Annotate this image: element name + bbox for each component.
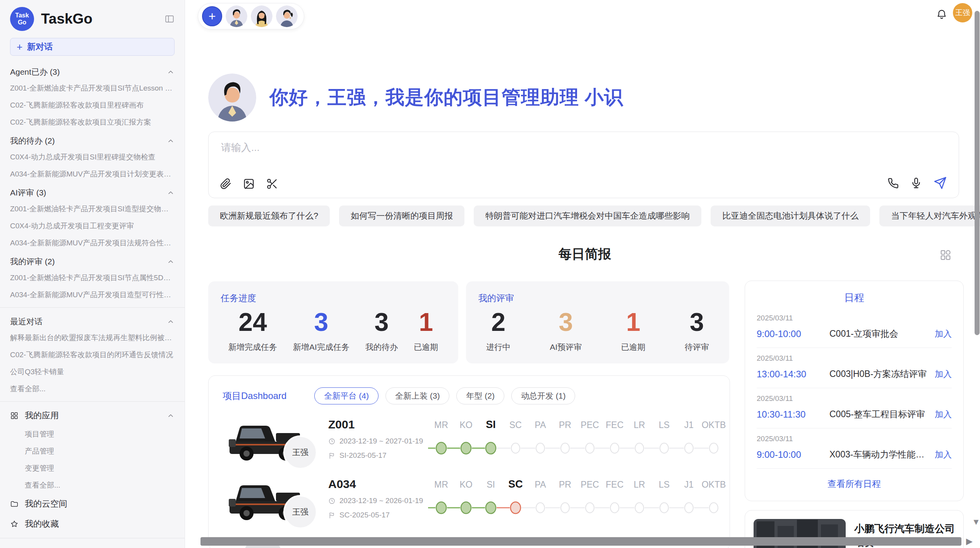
- recent-chat-item[interactable]: 解释最新出台的欧盟报废车法规再生塑料比例被调至15%...: [0, 329, 185, 346]
- svg-text:LR: LR: [634, 480, 645, 490]
- sidebar-item-star[interactable]: 我的收藏: [0, 514, 185, 534]
- stat-item: 3待评审: [685, 309, 709, 353]
- schedule-time: 10:30-11:30: [757, 409, 829, 420]
- stat-item: 2进行中: [486, 309, 511, 353]
- suggestion-chip[interactable]: 欧洲新规最近颁布了什么?: [208, 206, 330, 226]
- stat-label: 待评审: [685, 342, 709, 353]
- stat-item: 3新增AI完成任务: [293, 309, 350, 353]
- sidebar-item[interactable]: A034-全新新能源MUV产品开发项目法规符合性评审: [0, 235, 185, 252]
- sidebar-item[interactable]: C0X4-动力总成开发项目SI里程碑提交物检查: [0, 149, 185, 166]
- clock-icon: [328, 497, 336, 505]
- chevron-up-icon: [167, 258, 175, 265]
- section-title: AI评审 (3): [10, 187, 46, 198]
- scroll-down-arrow-icon[interactable]: ▼: [972, 517, 980, 527]
- sidebar-item-my-apps[interactable]: 我的应用: [0, 406, 185, 426]
- dashboard-tab[interactable]: 全新上装 (3): [385, 387, 450, 404]
- horizontal-scrollbar[interactable]: [200, 537, 961, 546]
- scissors-icon[interactable]: [266, 178, 278, 190]
- join-button[interactable]: 加入: [935, 409, 952, 420]
- milestone-track: MRKOSISCPAPRPECFECLRLSJ1OKTB: [427, 476, 730, 521]
- recent-chat-item[interactable]: C02-飞腾新能源轻客改款项目的闭环通告反馈情况: [0, 346, 185, 363]
- svg-text:OKTB: OKTB: [702, 480, 726, 490]
- svg-text:J1: J1: [684, 480, 694, 490]
- view-all-schedule-link[interactable]: 查看所有日程: [757, 478, 952, 490]
- grid-view-icon[interactable]: [939, 248, 952, 262]
- schedule-date: 2025/03/11: [757, 394, 952, 403]
- photo-icon[interactable]: [243, 178, 255, 190]
- stat-value: 3: [293, 309, 350, 336]
- sidebar-item[interactable]: Z001-全新燃油轻卡产品开发项目SI造型提交物评审: [0, 200, 185, 217]
- new-chat-label: 新对话: [27, 41, 53, 53]
- join-button[interactable]: 加入: [935, 449, 952, 461]
- sidebar-item[interactable]: A034-全新新能源MUV产品开发项目计划变更表编写: [0, 166, 185, 183]
- svg-text:FEC: FEC: [606, 480, 624, 490]
- chat-input-card[interactable]: [208, 132, 959, 198]
- schedule-title: 日程: [757, 291, 952, 305]
- chat-input[interactable]: [220, 141, 841, 154]
- schedule-name: C005-整车工程目标评审: [829, 408, 930, 420]
- new-chat-button[interactable]: + 新对话: [10, 38, 175, 56]
- svg-text:PR: PR: [559, 420, 571, 430]
- send-icon[interactable]: [933, 176, 947, 190]
- sidebar-item[interactable]: Z001-全新燃油轻卡产品开发项目SI节点属性5D文件评审: [0, 269, 185, 286]
- stat-card-title: 任务进度: [208, 281, 458, 304]
- sidebar-item[interactable]: A034-全新新能源MUV产品开发项目造型可行性评审: [0, 286, 185, 303]
- link-label: 我的收藏: [25, 518, 59, 530]
- stat-item: 3AI预评审: [550, 309, 582, 353]
- suggestion-chip[interactable]: 特朗普可能对进口汽车增税会对中国车企造成哪些影响: [474, 206, 701, 226]
- sidebar-item-folder[interactable]: 我的云空间: [0, 494, 185, 514]
- project-row: 王强A0342023-12-19 ~ 2026-01-19SC-2025-05-…: [209, 464, 730, 524]
- svg-text:PA: PA: [535, 480, 547, 490]
- grid-circle-icon: [939, 248, 952, 262]
- member-avatar[interactable]: [226, 5, 247, 27]
- flag-icon: [328, 452, 336, 459]
- suggestion-chip[interactable]: 当下年轻人对汽车外观有怎样的喜好趋势: [879, 206, 980, 226]
- add-member-button[interactable]: +: [202, 6, 222, 26]
- schedule-time: 9:00-10:00: [757, 449, 829, 460]
- sidebar-section-header[interactable]: 我的待办 (2): [0, 131, 185, 149]
- view-all-chats-link[interactable]: 查看全部...: [0, 380, 185, 397]
- app-logo: Task Go: [10, 7, 34, 31]
- user-avatar[interactable]: 王强: [953, 3, 972, 22]
- panel-icon: [164, 14, 175, 24]
- sidebar-my-apps: 我的应用项目管理产品管理变更管理查看全部...: [0, 406, 185, 494]
- svg-text:J1: J1: [684, 420, 694, 430]
- member-avatar[interactable]: [276, 5, 298, 27]
- phone-icon[interactable]: [887, 177, 899, 189]
- stat-card-title: 我的评审: [466, 281, 729, 304]
- sidebar-item[interactable]: C0X4-动力总成开发项目工程变更评审: [0, 217, 185, 235]
- app-sub-item[interactable]: 产品管理: [0, 443, 185, 460]
- vertical-scrollbar[interactable]: [975, 11, 980, 335]
- sidebar-item[interactable]: Z001-全新燃油皮卡产品开发项目SI节点Lesson Learn报告: [0, 80, 185, 97]
- flag-label: SC-2025-05-17: [339, 511, 390, 519]
- sidebar-item[interactable]: C02-飞腾新能源轻客改款项目立项汇报方案: [0, 114, 185, 131]
- scroll-right-arrow-icon[interactable]: ▶: [966, 536, 973, 546]
- paperclip-icon[interactable]: [219, 178, 232, 190]
- app-sub-item[interactable]: 变更管理: [0, 460, 185, 477]
- sidebar-tool-users[interactable]: AI超级员工: [0, 542, 185, 548]
- dashboard-tab[interactable]: 年型 (2): [456, 387, 504, 404]
- app-sub-item[interactable]: 项目管理: [0, 426, 185, 443]
- join-button[interactable]: 加入: [935, 328, 952, 340]
- member-avatar[interactable]: [251, 5, 272, 27]
- dashboard-tab[interactable]: 动总开发 (1): [511, 387, 576, 404]
- notification-bell-icon[interactable]: [936, 8, 947, 20]
- plus-icon: +: [17, 41, 22, 53]
- sidebar-section-header[interactable]: AI评审 (3): [0, 183, 185, 200]
- dashboard-tab[interactable]: 全新平台 (4): [314, 387, 379, 404]
- app-sub-item[interactable]: 查看全部...: [0, 477, 185, 494]
- recent-chat-item[interactable]: 公司Q3轻卡销量: [0, 363, 185, 380]
- input-action-toolbar: [887, 176, 947, 190]
- microphone-icon[interactable]: [910, 177, 922, 189]
- svg-text:PEC: PEC: [581, 480, 599, 490]
- join-button[interactable]: 加入: [935, 368, 952, 380]
- suggestion-chip[interactable]: 比亚迪全固态电池计划具体说了什么: [711, 206, 870, 226]
- collapse-sidebar-icon[interactable]: [164, 14, 175, 24]
- suggestion-chip[interactable]: 如何写一份清晰的项目周报: [339, 206, 464, 226]
- sidebar-section-header[interactable]: Agent已办 (3): [0, 62, 185, 80]
- sidebar-section-header[interactable]: 最近对话: [0, 312, 185, 329]
- section-title: 最近对话: [10, 316, 43, 327]
- sidebar-section-header[interactable]: 我的评审 (2): [0, 252, 185, 269]
- sidebar-item[interactable]: C02-飞腾新能源轻客改款项目里程碑画布: [0, 97, 185, 114]
- my-review-card: 我的评审2进行中3AI预评审1已逾期3待评审: [466, 281, 729, 363]
